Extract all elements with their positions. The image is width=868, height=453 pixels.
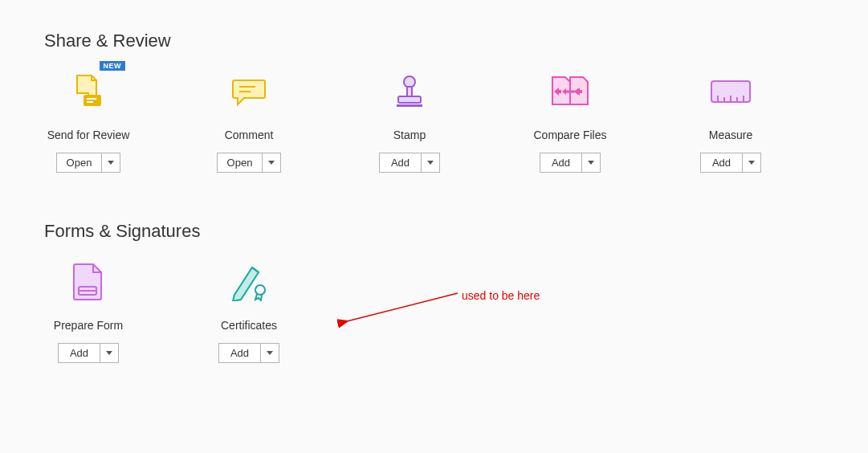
tool-label: Comment — [225, 129, 274, 141]
svg-rect-2 — [87, 101, 93, 103]
tool-comment[interactable]: Comment Open — [205, 66, 293, 173]
svg-rect-0 — [84, 95, 101, 106]
tool-measure[interactable]: Measure Add — [687, 66, 775, 173]
tool-label: Stamp — [393, 129, 426, 141]
tool-compare-files[interactable]: Compare Files Add — [526, 66, 614, 173]
tool-label: Prepare Form — [54, 319, 123, 332]
add-button[interactable]: Add — [218, 343, 260, 363]
chevron-down-icon — [267, 351, 273, 355]
add-dropdown-button[interactable] — [581, 153, 601, 173]
send-for-review-icon: NEW — [63, 66, 114, 117]
chevron-down-icon — [588, 161, 594, 165]
open-dropdown-button[interactable] — [262, 153, 281, 173]
comment-icon — [223, 66, 275, 117]
tool-label: Send for Review — [47, 129, 130, 141]
chevron-down-icon — [106, 351, 112, 355]
chevron-down-icon — [268, 161, 275, 165]
tool-row-forms-signatures: Prepare Form Add Certificates Add — [44, 256, 824, 363]
chevron-down-icon — [427, 161, 434, 165]
svg-rect-1 — [87, 98, 96, 100]
add-dropdown-button[interactable] — [421, 153, 440, 173]
svg-rect-7 — [398, 96, 421, 103]
tool-send-for-review[interactable]: NEW Send for Review Open — [44, 66, 132, 173]
add-button[interactable]: Add — [379, 153, 421, 173]
add-button[interactable]: Add — [700, 153, 742, 173]
svg-rect-3 — [239, 86, 255, 88]
add-button[interactable]: Add — [540, 153, 581, 173]
add-dropdown-button[interactable] — [260, 343, 279, 363]
certificates-icon — [223, 256, 275, 308]
section-title-share-review: Share & Review — [44, 31, 824, 51]
tool-row-share-review: NEW Send for Review Open Comment — [44, 66, 824, 173]
measure-icon — [705, 66, 756, 117]
compare-files-icon — [544, 66, 596, 117]
chevron-down-icon — [108, 161, 114, 165]
add-dropdown-button[interactable] — [100, 343, 119, 363]
tool-prepare-form[interactable]: Prepare Form Add — [44, 256, 132, 363]
tool-label: Compare Files — [533, 129, 606, 141]
svg-point-5 — [404, 76, 415, 88]
add-button[interactable]: Add — [58, 343, 100, 363]
svg-rect-6 — [407, 87, 412, 96]
tool-label: Certificates — [221, 319, 277, 332]
open-button[interactable]: Open — [56, 153, 102, 173]
svg-rect-4 — [239, 91, 251, 92]
badge-new: NEW — [100, 61, 126, 71]
tool-stamp[interactable]: Stamp Add — [365, 66, 454, 173]
tool-certificates[interactable]: Certificates Add — [205, 256, 293, 363]
section-title-forms-signatures: Forms & Signatures — [44, 221, 824, 242]
add-dropdown-button[interactable] — [742, 153, 761, 173]
annotation-text: used to be here — [462, 289, 540, 302]
open-dropdown-button[interactable] — [101, 153, 120, 173]
chevron-down-icon — [748, 161, 755, 165]
tool-label: Measure — [709, 129, 752, 141]
open-button[interactable]: Open — [217, 153, 263, 173]
svg-rect-8 — [397, 104, 422, 107]
svg-point-17 — [255, 285, 265, 295]
prepare-form-icon — [63, 256, 114, 308]
stamp-icon — [384, 66, 435, 117]
